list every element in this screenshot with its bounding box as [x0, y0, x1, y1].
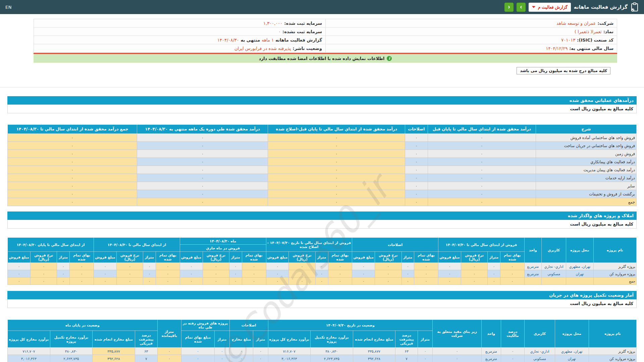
report-type-dropdown[interactable]: گزارش فعالیت م [529, 3, 571, 12]
cell: ۰ [428, 174, 536, 182]
column-header: متراژ [215, 331, 229, 348]
column-header: مبلغ فروش [8, 252, 31, 263]
row-label: پروژه گلریز [593, 263, 636, 270]
row-label: درآمد ارایه خدمات [536, 174, 637, 182]
cell: ۰ [8, 190, 137, 198]
cell: ۰ [461, 270, 488, 278]
cell: ۰ [8, 150, 137, 158]
column-header: درآمد محقق شده طي دوره یک ماهه منتهي به … [137, 125, 268, 134]
cell: ۰ [268, 142, 405, 150]
column-header: درآمد محقق شده از ابتداي سال مالي تا پای… [428, 125, 536, 134]
cell: ۰ [461, 278, 488, 285]
cell: ۰ [428, 166, 536, 174]
cell: ۰ [203, 278, 229, 285]
row-label: پروژه مروارید کن [593, 270, 636, 278]
cell: ۰ [428, 150, 536, 158]
previous-report-button[interactable]: ‹ [504, 3, 514, 12]
cell: ۰ [428, 142, 536, 150]
row-label: درآمد فعالیت هاي پیمان مدیریت [536, 166, 637, 174]
cell: ۰ [414, 278, 438, 285]
cell: ۰ [501, 348, 525, 355]
report-type-selected: گزارش فعالیت م [538, 5, 568, 10]
cell: ۰ [156, 263, 180, 270]
unregistered-capital-row: سرمایه ثبت نشده: ۰ [34, 27, 325, 36]
cell: ۰ [268, 166, 405, 174]
row-label: فروش زمین [536, 150, 637, 158]
topbar-report-controls: گزارش فعالیت ماهانه گزارش فعالیت م › ‹ [504, 2, 639, 12]
cell: ۰ [94, 270, 116, 278]
cell: ۰ [401, 278, 414, 285]
cell: ۰ [8, 263, 31, 270]
cell: تهران [555, 355, 589, 362]
cell: ۷۱۶,۷۰۷ [8, 348, 50, 355]
symbol-label: نماد: [603, 29, 613, 34]
cell [524, 278, 541, 285]
language-switch[interactable]: EN [5, 5, 12, 10]
cell: ۰ [405, 190, 428, 198]
cell: ۳۹۲,۶۲۸ [93, 355, 135, 362]
table-row: درآمد ارایه خدمات۰۰۰۰۰ [8, 174, 637, 182]
industry-code-value: ۷۰۱۰۱۳ [561, 38, 575, 43]
cell: ۰ [180, 270, 203, 278]
row-label: درآمد فعالیت هاي پیمانکاري [536, 158, 637, 166]
report-period-length: ۱ ماهه [262, 38, 274, 43]
column-header: جمع درآمد محقق شده از ابتداي سال مالي تا… [8, 125, 137, 134]
column-header: زیر بناي مفید متعلق به شرکت [433, 320, 482, 348]
cell: ۰ [57, 270, 70, 278]
column-header: واحد [524, 238, 541, 263]
cell: ۰ [253, 348, 268, 355]
cell: مسکوني [525, 355, 555, 362]
cell: ۰ [405, 182, 428, 190]
column-header: اصلاحات [405, 125, 428, 134]
cell: ۰ [289, 270, 315, 278]
column-header: متراژ [418, 331, 433, 348]
cell: ۰ [137, 182, 268, 190]
cell: ۰ [8, 158, 137, 166]
column-header: بهاي تمام شده [70, 252, 94, 263]
cell: ۰ [352, 270, 375, 278]
row-label: جمع [536, 198, 637, 206]
cell: اداري- تجاري [525, 348, 555, 355]
column-header: پروژه هاي فروش رفته در طي ماه [181, 320, 229, 331]
section-note-projects-in-progress: کلیه مبالغ به میلیون ریال است [7, 299, 637, 308]
cell: ۰ [253, 355, 268, 362]
cell: ۰ [438, 278, 461, 285]
column-header: برآورد مخارج کل پروژه [268, 331, 311, 348]
column-header: بهاي تمام شده [414, 252, 438, 263]
column-header: مبلغ مخارج انجام شده [353, 331, 395, 348]
cell: ۰ [268, 182, 405, 190]
issuer-status-value: پذیرفته شده در فرابورس ایران [234, 46, 291, 51]
row-label: پروژه گلریز [589, 348, 637, 355]
cell: ۰ [268, 134, 405, 142]
cell: ۰ [156, 278, 180, 285]
cell: ۰ [215, 348, 229, 355]
cell: ۰ [315, 270, 328, 278]
sum-row: جمع۰۰۰۰۰ [8, 198, 637, 206]
column-header: نرخ فروش (ریال) [461, 252, 488, 263]
cell: ۰ [414, 270, 438, 278]
cell: ۰ [116, 278, 143, 285]
column-header: مبلغ فروش [180, 252, 203, 263]
cell: ۰ [405, 198, 428, 206]
cell: ۰ [31, 263, 57, 270]
column-header: از ابتداي سال مالي تا پایان ۱۴۰۳/۰۸/۳۰ [8, 238, 94, 252]
cell: ۰ [268, 190, 405, 198]
cell: ۰ [500, 278, 525, 285]
fiscal-year-label: سال مالی منتهی به: [569, 46, 613, 51]
column-header: مبلغ فروش [438, 252, 461, 263]
column-header: برآورد مخارج کل پروژه [8, 331, 50, 348]
section-title-projects-in-progress: آمار وضعیت تکمیل پروژه هاي در جریان [7, 291, 637, 299]
cell: ۰ [8, 270, 31, 278]
cell: ۰ [8, 278, 31, 285]
cell: ۰ [242, 278, 266, 285]
amounts-note-wrap: کلیه مبالغ درج شده به میلیون ریال می باش… [34, 67, 610, 74]
company-label: شرکت: [598, 21, 613, 26]
column-header: متراژ [143, 252, 156, 263]
cell: ۰ [375, 278, 401, 285]
cell: ۰ [229, 270, 242, 278]
next-report-button[interactable]: › [517, 3, 526, 12]
cell: ۲,۶۲۳,۷۳۵ [50, 355, 93, 362]
cell: ۰ [229, 263, 242, 270]
cell: تهران [566, 270, 593, 278]
cell: ۰ [315, 278, 328, 285]
